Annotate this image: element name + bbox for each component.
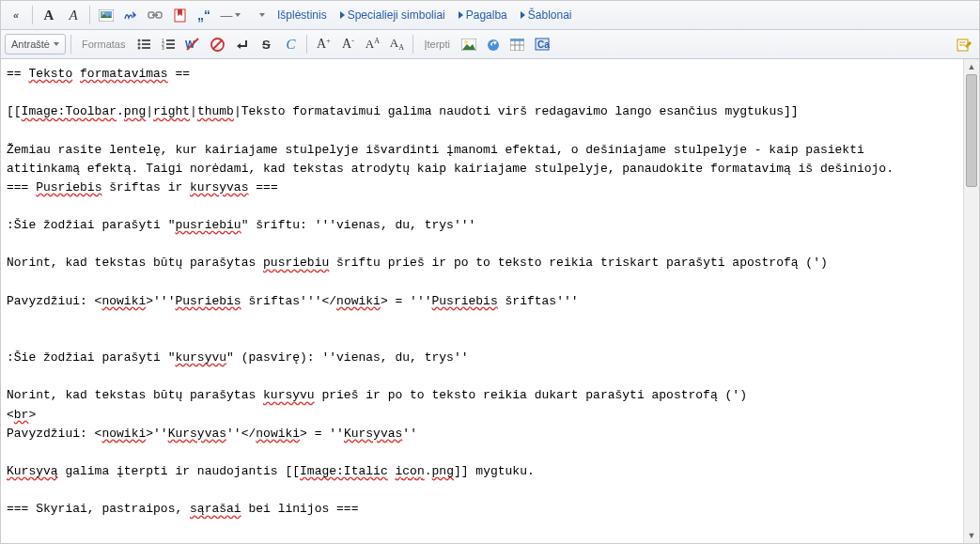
newline-icon (235, 39, 249, 51)
superscript-icon: AA (366, 37, 380, 52)
source-editor[interactable]: == Teksto formatavimas == [[Image:Toolba… (1, 59, 963, 543)
redirect-icon (486, 38, 501, 51)
category-icon: Cat (535, 38, 550, 51)
strikethrough-button[interactable]: S (255, 34, 277, 54)
separator (32, 6, 33, 24)
menu-label: Išplėstinis (277, 8, 327, 22)
toolbar-row-1: « A A „“ — Išplėstinis Specialieji simbo… (1, 1, 979, 30)
svg-rect-5 (152, 14, 158, 16)
caret-down-icon (235, 13, 241, 17)
font-decrease-icon: A- (342, 37, 354, 52)
svg-rect-8 (142, 39, 150, 41)
collapse-toolbar-button[interactable]: « (5, 5, 27, 25)
link-button[interactable] (144, 5, 166, 25)
collapse-label: « (13, 9, 19, 21)
vertical-scrollbar[interactable]: ▲ ▼ (963, 59, 979, 543)
strikethrough-icon: S (262, 38, 271, 52)
format-label-group: Formatas (76, 34, 131, 54)
edit-source-button[interactable] (953, 34, 975, 54)
reference-icon (174, 8, 186, 23)
separator (306, 35, 307, 54)
svg-point-2 (102, 11, 105, 14)
table-icon (510, 39, 524, 51)
insert-redirect-button[interactable] (482, 34, 505, 54)
menu-sablonai[interactable]: Šablonai (515, 5, 578, 25)
insert-label: Įterpti (424, 39, 450, 50)
superscript-button[interactable]: AA (361, 34, 383, 54)
quote-button[interactable]: „“ (193, 5, 215, 25)
nowiki-icon: W (185, 38, 200, 51)
svg-point-11 (138, 47, 141, 50)
svg-rect-18 (166, 47, 175, 49)
font-increase-button[interactable]: A+ (312, 34, 334, 54)
svg-rect-12 (142, 47, 150, 49)
font-increase-icon: A+ (317, 37, 331, 52)
menu-label: Pagalba (466, 8, 507, 22)
bold-button[interactable]: A (38, 5, 60, 25)
editor-area: == Teksto formatavimas == [[Image:Toolba… (1, 59, 979, 543)
quote-icon: „“ (197, 8, 210, 23)
dash-icon: — (221, 8, 233, 23)
subscript-icon: AA (390, 36, 404, 52)
subscript-button[interactable]: AA (385, 34, 408, 54)
color-button[interactable]: C (279, 34, 302, 54)
insert-category-button[interactable]: Cat (531, 34, 553, 54)
svg-point-7 (138, 39, 141, 42)
scroll-down-button[interactable]: ▼ (964, 528, 979, 543)
italic-button[interactable]: A (62, 5, 85, 25)
insert-label-group: Įterpti (418, 34, 456, 54)
heading-label: Antraštė (11, 39, 50, 50)
toolbar-row-2: Antraštė Formatas 123 W S C A+ A- AA AA … (1, 30, 979, 59)
svg-point-9 (138, 43, 141, 46)
svg-line-22 (213, 40, 222, 49)
separator (412, 35, 413, 54)
menu-pagalba[interactable]: Pagalba (453, 5, 513, 25)
insert-table-button[interactable] (506, 34, 529, 54)
menu-specialieji[interactable]: Specialieji simboliai (334, 5, 451, 25)
svg-text:Cat: Cat (537, 39, 550, 50)
svg-rect-10 (142, 43, 150, 45)
signature-button[interactable] (119, 5, 142, 25)
nowiki-button[interactable]: W (181, 34, 204, 54)
separator (89, 6, 90, 24)
triangle-right-icon (459, 11, 463, 19)
no-link-button[interactable] (206, 34, 228, 54)
svg-rect-14 (166, 39, 175, 41)
heading-dropdown[interactable]: Antraštė (5, 34, 66, 54)
italic-label: A (69, 8, 77, 23)
numbered-list-icon: 123 (162, 39, 175, 50)
format-label: Formatas (82, 39, 125, 50)
insert-picture-button[interactable] (458, 34, 480, 54)
expand-menu-button[interactable] (255, 5, 270, 25)
prohibit-icon (210, 38, 225, 52)
more-tools-dropdown[interactable]: — (217, 5, 243, 25)
reference-button[interactable] (168, 5, 191, 25)
picture-icon (461, 39, 476, 51)
image-icon (99, 9, 114, 22)
svg-rect-16 (166, 43, 175, 45)
font-decrease-button[interactable]: A- (336, 34, 359, 54)
svg-text:3: 3 (162, 45, 164, 50)
separator (70, 35, 71, 54)
caret-down-icon (54, 42, 59, 46)
menu-label: Specialieji simboliai (348, 8, 445, 22)
bullet-list-icon (137, 39, 150, 50)
edit-icon (957, 38, 972, 52)
link-icon (148, 10, 163, 20)
signature-icon (123, 8, 138, 22)
triangle-right-icon (521, 11, 525, 19)
svg-rect-27 (510, 39, 524, 41)
scroll-thumb[interactable] (966, 74, 977, 187)
triangle-right-icon (340, 11, 345, 19)
numbered-list-button[interactable]: 123 (157, 34, 179, 54)
color-icon: C (286, 37, 295, 53)
svg-point-25 (488, 39, 499, 51)
insert-image-button[interactable] (95, 5, 117, 25)
menu-isplestinis[interactable]: Išplėstinis (272, 5, 333, 25)
newline-button[interactable] (230, 34, 253, 54)
scroll-up-button[interactable]: ▲ (964, 59, 979, 74)
caret-down-icon (259, 13, 265, 17)
svg-point-24 (464, 40, 468, 44)
menu-label: Šablonai (528, 8, 572, 22)
bullet-list-button[interactable] (132, 34, 155, 54)
